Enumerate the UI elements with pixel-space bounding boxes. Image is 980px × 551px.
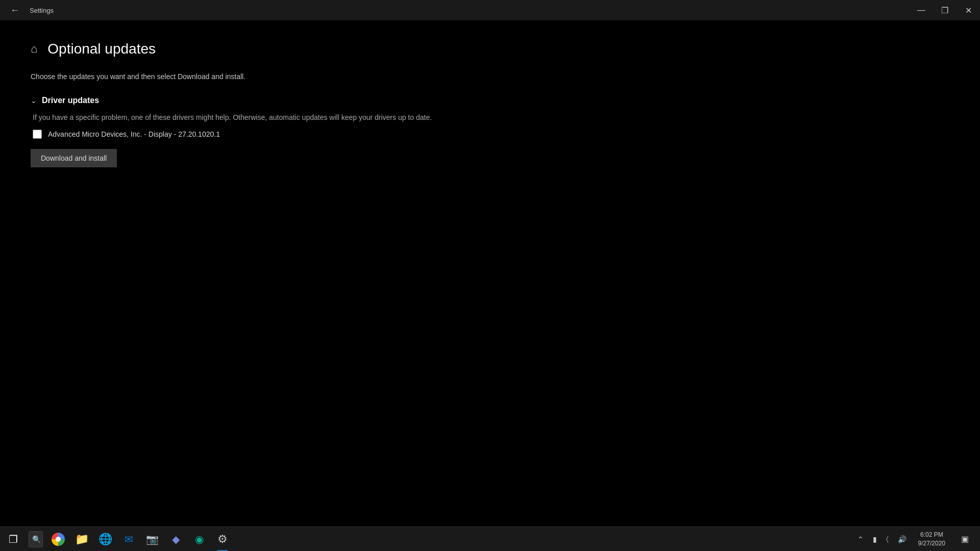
start-button[interactable]: ❐ bbox=[0, 527, 27, 552]
driver-item: Advanced Micro Devices, Inc. - Display -… bbox=[33, 130, 949, 139]
titlebar-controls: — ❐ ✕ bbox=[910, 0, 980, 20]
chrome-icon[interactable] bbox=[47, 527, 69, 552]
chevron-down-icon: ⌄ bbox=[31, 96, 37, 105]
subtitle: Choose the updates you want and then sel… bbox=[31, 72, 949, 81]
titlebar-left: ← Settings bbox=[6, 3, 54, 18]
taskbar-pinned-apps: 📁 🌐 ✉ 📷 ◆ ◉ ⚙ bbox=[45, 527, 236, 552]
section-description: If you have a specific problem, one of t… bbox=[33, 113, 949, 121]
photo-icon: 📷 bbox=[146, 533, 159, 545]
ie-icon[interactable]: 🌐 bbox=[94, 527, 116, 552]
wifi-icon: 〈 bbox=[885, 535, 890, 543]
volume-icon[interactable]: 🔊 bbox=[894, 527, 910, 552]
speaker-icon: 🔊 bbox=[896, 535, 908, 543]
driver-label: Advanced Micro Devices, Inc. - Display -… bbox=[48, 130, 220, 138]
up-arrow-icon: ⌃ bbox=[856, 535, 865, 543]
mail-icon: ✉ bbox=[125, 533, 133, 545]
outlook-icon[interactable]: ✉ bbox=[117, 527, 140, 552]
file-explorer-icon[interactable]: 📁 bbox=[70, 527, 93, 552]
section-title: Driver updates bbox=[42, 96, 99, 105]
taskbar-clock[interactable]: 6:02 PM 9/27/2020 bbox=[912, 527, 951, 552]
network-icon[interactable]: 〈 bbox=[883, 527, 892, 552]
titlebar: ← Settings — ❐ ✕ bbox=[0, 0, 980, 20]
security-icon[interactable]: ◉ bbox=[188, 527, 210, 552]
titlebar-title: Settings bbox=[30, 7, 54, 14]
driver-checkbox[interactable] bbox=[33, 130, 42, 139]
restore-button[interactable]: ❐ bbox=[933, 0, 957, 20]
main-content: ⌂ Optional updates Choose the updates yo… bbox=[0, 20, 980, 188]
close-button[interactable]: ✕ bbox=[957, 0, 980, 20]
settings-taskbar-icon[interactable]: ⚙ bbox=[211, 527, 234, 552]
windows-icon: ❐ bbox=[9, 533, 18, 545]
taskbar-right: ⌃ ▮ 〈 🔊 6:02 PM 9/27/2020 ▣ bbox=[854, 527, 980, 552]
driver-updates-section-header[interactable]: ⌄ Driver updates bbox=[31, 96, 949, 105]
photos-icon[interactable]: 📷 bbox=[141, 527, 163, 552]
back-button[interactable]: ← bbox=[6, 3, 23, 18]
shield-icon: ◉ bbox=[195, 533, 204, 545]
taskbar-search[interactable]: 🔍 bbox=[29, 531, 43, 547]
battery-icon[interactable]: ▮ bbox=[869, 527, 880, 552]
clock-time: 6:02 PM bbox=[920, 531, 943, 539]
battery-indicator: ▮ bbox=[871, 535, 878, 543]
folder-icon: 📁 bbox=[75, 533, 89, 546]
gear-icon: ⚙ bbox=[217, 533, 228, 546]
taskbar: ❐ 🔍 📁 🌐 ✉ 📷 ◆ ◉ bbox=[0, 527, 980, 551]
search-icon: 🔍 bbox=[32, 535, 41, 543]
bell-icon: ▣ bbox=[961, 534, 969, 544]
discord-icon[interactable]: ◆ bbox=[164, 527, 187, 552]
home-icon: ⌂ bbox=[31, 42, 37, 56]
clock-date: 9/27/2020 bbox=[918, 539, 945, 548]
page-header: ⌂ Optional updates bbox=[31, 41, 949, 57]
discord-logo: ◆ bbox=[172, 533, 180, 545]
minimize-button[interactable]: — bbox=[910, 0, 933, 20]
download-install-button[interactable]: Download and install bbox=[31, 149, 117, 167]
browser-icon: 🌐 bbox=[99, 533, 112, 546]
notification-icon[interactable]: ▣ bbox=[953, 527, 976, 552]
page-title: Optional updates bbox=[47, 41, 156, 57]
system-tray[interactable]: ⌃ bbox=[854, 527, 867, 552]
